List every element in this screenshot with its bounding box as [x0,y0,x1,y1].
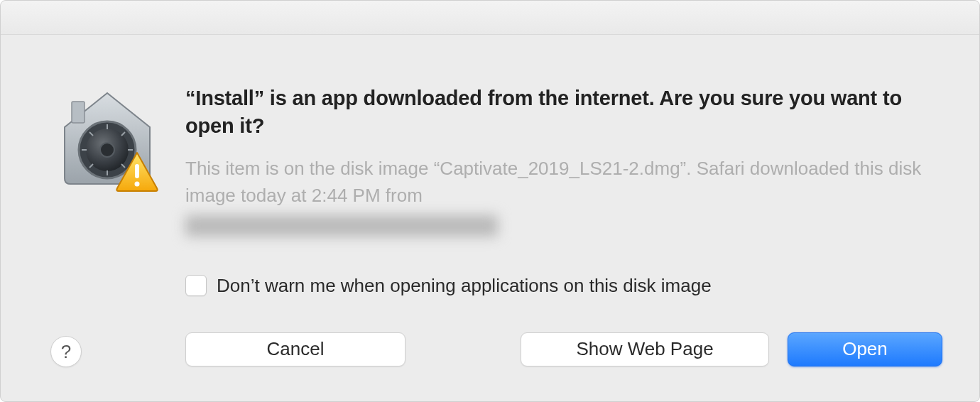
dialog-description: This item is on the disk image “Captivat… [185,156,942,209]
dialog-titlebar [1,1,979,35]
svg-point-3 [100,143,114,157]
icon-column [29,56,185,198]
dont-warn-checkbox-label: Don’t warn me when opening applications … [217,275,712,297]
svg-rect-12 [135,164,139,178]
button-row: Cancel Show Web Page Open [185,332,942,366]
open-button[interactable]: Open [788,332,942,366]
gatekeeper-warning-icon [50,85,164,198]
svg-rect-0 [72,102,85,123]
dialog-body: “Install” is an app downloaded from the … [1,35,979,395]
show-web-page-button[interactable]: Show Web Page [521,332,769,366]
help-button[interactable]: ? [50,336,82,367]
cancel-button[interactable]: Cancel [185,332,405,366]
dialog-headline: “Install” is an app downloaded from the … [185,85,942,140]
svg-point-13 [135,182,140,187]
dont-warn-checkbox[interactable] [185,275,207,296]
dont-warn-checkbox-row: Don’t warn me when opening applications … [185,275,942,297]
gatekeeper-dialog: “Install” is an app downloaded from the … [0,0,980,402]
content-column: “Install” is an app downloaded from the … [185,56,957,366]
redacted-source-domain [185,215,498,237]
